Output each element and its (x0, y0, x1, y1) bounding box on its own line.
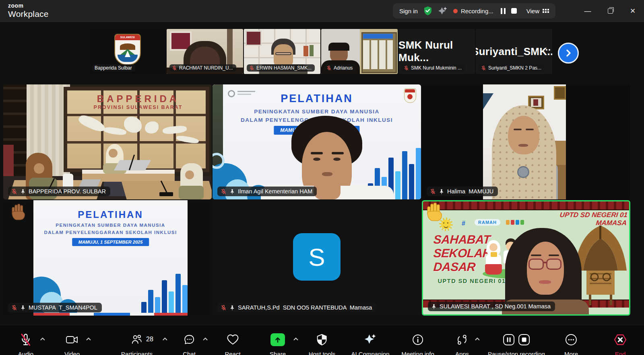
apps-icon (456, 334, 468, 346)
pin-icon (20, 189, 26, 195)
participants-count: 28 (146, 336, 153, 343)
video-tile-sulawesi-barat-active-speaker[interactable]: UPTD SD NEGERI 01 MAMASA # RAMAH SAHABAT… (422, 200, 630, 316)
more-ellipsis-icon (565, 333, 578, 346)
portrait-video (483, 84, 566, 199)
host-tools-button[interactable]: Host tools (309, 332, 336, 355)
participants-icon (131, 334, 143, 346)
participant-name-pill: RACHMAT NURDIN_U... (169, 64, 236, 72)
more-button[interactable]: More (564, 332, 578, 355)
ai-sparkle-icon[interactable] (438, 6, 448, 16)
filmstrip-tile-smk-nurul[interactable]: SMK Nurul Muk... SMK Nurul Mukminin ... (398, 29, 475, 74)
poster-line1: PENINGKATAN SUMBER DAYA MANUSIA (213, 109, 421, 115)
ramah-logo: RAMAH (475, 219, 500, 226)
security-shield-icon[interactable] (423, 6, 432, 16)
participant-name: ERWIN HASMAN_SMK... (256, 65, 312, 71)
title-bar: zoom Workplace Sign in Recording... View (0, 0, 644, 22)
chat-button[interactable]: Chat (183, 332, 196, 355)
filmstrip-tile-bapperida-sulbar[interactable]: SULAWESI BARAT Bapperida Sulbar (89, 29, 166, 74)
raised-hand-icon (424, 201, 445, 222)
room-sign-line2: PROVINSI SULAWESI BARAT (72, 105, 204, 110)
chevron-up-icon[interactable] (86, 337, 91, 341)
muted-mic-icon (326, 66, 332, 71)
participant-name-pill: ERWIN HASMAN_SMK... (247, 64, 315, 72)
meeting-toolbar: Audio Video 28 Participants Chat (0, 325, 644, 355)
host-tools-shield-icon (316, 334, 328, 346)
filmstrip-tile-adrianus[interactable]: Adrianus (321, 29, 398, 74)
chevron-up-icon[interactable] (202, 337, 208, 341)
muted-mic-icon (430, 189, 436, 195)
colorful-logo (506, 220, 524, 225)
participant-name: SULAWESI BARAT , SD Neg.001 Mamasa (440, 303, 551, 310)
video-tile-saratuh[interactable]: S SARATUH,S.Pd SDN OO5 RANTEBUDA Mamasa (213, 200, 421, 316)
raised-hand-icon (9, 203, 27, 221)
muted-mic-icon (249, 66, 254, 71)
close-button[interactable]: ✕ (621, 0, 644, 22)
video-tile-ilman[interactable]: PELATIHAN PENINGKATAN SUMBER DAYA MANUSI… (213, 84, 421, 199)
chevron-up-icon[interactable] (293, 337, 299, 341)
banner-title3: DASAR (433, 260, 476, 274)
hashtag-logo: # (462, 220, 465, 227)
participant-name: Ilman Agil Kementerian HAM (238, 188, 312, 195)
video-tile-halima[interactable]: Halima MAMUJU (422, 84, 630, 199)
share-button[interactable]: Share (270, 332, 286, 355)
tile-options-dots[interactable] (543, 49, 550, 51)
brand-workplace: Workplace (8, 10, 49, 18)
next-page-button[interactable] (558, 43, 579, 64)
sign-in-button[interactable]: Sign in (399, 8, 418, 14)
participant-name: Bapperida Sulbar (95, 65, 132, 71)
muted-mic-icon (221, 305, 227, 311)
chevron-right-icon (564, 49, 572, 57)
participant-name: Halima MAMUJU (447, 188, 493, 195)
chat-icon (183, 334, 195, 346)
apps-button[interactable]: Apps (455, 332, 469, 355)
audio-button[interactable]: Audio (18, 332, 33, 355)
poster-badge: MAMUJU, 1 SEPTEMBER 2025 (72, 238, 149, 246)
filmstrip-tile-suriyanti[interactable]: Suriyanti_SMK... Suriyanti_SMKN 2 Pas... (476, 29, 552, 74)
pin-icon (229, 305, 235, 311)
poster-line2: DALAM PENYELENGGARAAN SEKOLAH INKLUSI (33, 230, 188, 235)
gallery-view-icon (543, 9, 549, 13)
end-button[interactable]: End (613, 332, 627, 355)
stop-recording-icon[interactable] (518, 333, 530, 346)
pin-icon (431, 304, 437, 310)
pause-recording-icon[interactable] (501, 8, 506, 14)
participant-name-pill: SULAWESI BARAT , SD Neg.001 Mamasa (428, 302, 555, 311)
avatar-letter: S (308, 243, 325, 271)
record-dot-icon (453, 9, 458, 13)
video-button[interactable]: Video (64, 332, 80, 355)
stop-recording-icon[interactable] (511, 8, 517, 14)
muted-mic-icon (11, 305, 17, 311)
portrait-video: PELATIHAN PENINGKATAN SUMBER DAYA MANUSI… (33, 200, 188, 316)
view-button[interactable]: View (526, 8, 549, 14)
muted-mic-icon (481, 66, 486, 71)
participant-name: SMK Nurul Mukminin ... (411, 65, 462, 71)
poster-line1: PENINGKATAN SUMBER DAYA MANUSIA (33, 223, 188, 228)
participant-name-pill: Adrianus (324, 64, 356, 72)
recording-label: Recording... (461, 8, 493, 14)
video-tile-bapperida[interactable]: BAPPERIDA PROVINSI SULAWESI BARAT (3, 84, 212, 199)
ai-companion-button[interactable]: AI Companion (351, 332, 389, 355)
titlebar-controls: Sign in Recording... View (393, 3, 555, 18)
participants-button[interactable]: 28 Participants (121, 332, 153, 355)
video-tile-mustapa[interactable]: PELATIHAN PENINGKATAN SUMBER DAYA MANUSI… (3, 200, 212, 316)
chevron-up-icon[interactable] (475, 337, 480, 341)
avatar: S (293, 233, 341, 281)
react-button[interactable]: React (225, 332, 240, 355)
participant-name-pill: Bapperida Sulbar (92, 64, 135, 72)
recording-indicator: Recording... (453, 8, 517, 14)
sulawesi-barat-crest: SULAWESI BARAT (114, 34, 141, 65)
minimize-button[interactable]: — (576, 0, 599, 22)
zoom-workplace-logo: zoom Workplace (8, 3, 49, 18)
chevron-up-icon[interactable] (162, 337, 168, 341)
pause-stop-recording-button[interactable]: Pause/stop recording (488, 332, 545, 355)
filmstrip-tile-rachmat[interactable]: RACHMAT NURDIN_U... (167, 29, 243, 74)
meeting-info-button[interactable]: Meeting info (401, 332, 434, 355)
muted-mic-icon (20, 333, 32, 346)
muted-mic-icon (404, 66, 409, 71)
filmstrip-tile-erwin[interactable]: ERWIN HASMAN_SMK... (244, 29, 320, 74)
pause-recording-icon[interactable] (502, 333, 515, 346)
brand-zoom: zoom (8, 3, 49, 8)
share-screen-icon (270, 333, 285, 346)
chevron-up-icon[interactable] (40, 337, 45, 341)
restore-button[interactable] (599, 0, 621, 22)
